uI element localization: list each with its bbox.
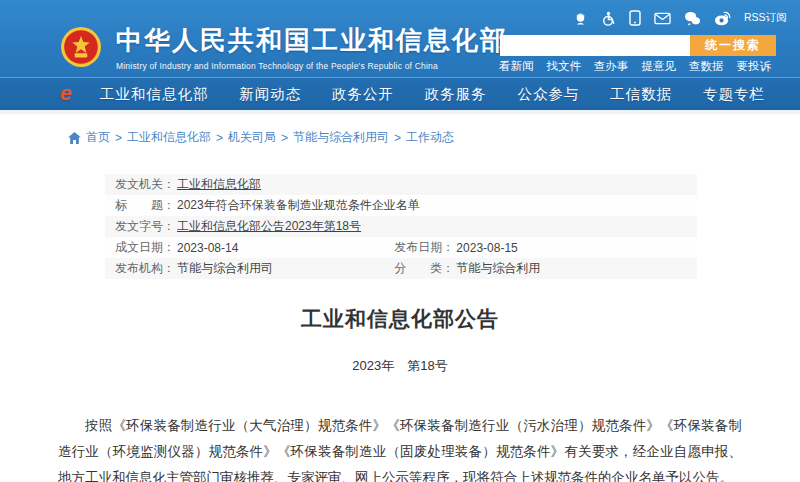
site-brand[interactable]: 中华人民共和国工业和信息化部 Ministry of Industry and … xyxy=(60,23,508,71)
meta-value-issuing-authority-link[interactable]: 工业和信息化部 xyxy=(177,176,261,193)
breadcrumb-separator: > xyxy=(394,131,401,145)
nav-item-news[interactable]: 新闻动态 xyxy=(239,85,301,104)
meta-label: 发文字号： xyxy=(115,218,175,235)
breadcrumb-departments[interactable]: 机关司局 xyxy=(228,129,276,146)
breadcrumb-separator: > xyxy=(281,131,288,145)
weibo-icon[interactable] xyxy=(714,11,731,26)
meta-value-publishing-agency: 节能与综合利用司 xyxy=(177,260,273,277)
nav-item-public-participation[interactable]: 公众参与 xyxy=(518,85,580,104)
meta-row-issuing-authority: 发文机关： 工业和信息化部 xyxy=(105,174,697,195)
meta-row-agency-category: 发布机构： 节能与综合利用司 分 类： 节能与综合利用 xyxy=(105,258,697,279)
miit-e-logo-icon[interactable]: e xyxy=(60,81,72,105)
announcement-issue-number: 2023年 第18号 xyxy=(0,357,800,375)
nav-item-special-topics[interactable]: 专题专栏 xyxy=(703,85,765,104)
meta-row-doc-number: 发文字号： 工业和信息化部公告2023年第18号 xyxy=(105,216,697,237)
search-bar: 统一搜索 xyxy=(500,35,776,56)
home-icon[interactable] xyxy=(68,132,81,144)
announcement-body: 按照《环保装备制造行业（大气治理）规范条件》《环保装备制造行业（污水治理）规范条… xyxy=(58,413,742,482)
site-title: 中华人民共和国工业和信息化部 xyxy=(116,23,508,58)
rss-subscribe-link[interactable]: RSS订阅 xyxy=(744,11,787,25)
quick-link-data[interactable]: 查数据 xyxy=(689,59,724,74)
search-button[interactable]: 统一搜索 xyxy=(690,35,776,56)
quick-link-news[interactable]: 看新闻 xyxy=(499,59,534,74)
meta-label: 发文机关： xyxy=(115,176,175,193)
meta-row-title: 标 题： 2023年符合环保装备制造业规范条件企业名单 xyxy=(105,195,697,216)
quick-link-feedback[interactable]: 提意见 xyxy=(642,59,677,74)
announcement-title: 工业和信息化部公告 xyxy=(0,305,800,333)
quick-link-services[interactable]: 查办事 xyxy=(594,59,629,74)
meta-value-doc-title: 2023年符合环保装备制造业规范条件企业名单 xyxy=(177,197,420,214)
breadcrumb-separator: > xyxy=(216,131,223,145)
quick-links: 看新闻 找文件 查办事 提意见 查数据 要投诉 xyxy=(499,59,771,74)
nav-item-gov-disclosure[interactable]: 政务公开 xyxy=(332,85,394,104)
search-input[interactable] xyxy=(500,35,690,56)
document-meta-table: 发文机关： 工业和信息化部 标 题： 2023年符合环保装备制造业规范条件企业名… xyxy=(105,174,697,279)
meta-label: 发布日期： xyxy=(394,239,454,256)
quick-link-files[interactable]: 找文件 xyxy=(547,59,582,74)
meta-value-category: 节能与综合利用 xyxy=(456,260,540,277)
meta-row-dates: 成文日期： 2023-08-14 发布日期： 2023-08-15 xyxy=(105,237,697,258)
breadcrumb-separator: > xyxy=(115,131,122,145)
meta-value-written-date: 2023-08-14 xyxy=(177,241,238,255)
main-navigation: e 工业和信息化部 新闻动态 政务公开 政务服务 公众参与 工信数据 专题专栏 xyxy=(0,78,800,110)
breadcrumb-energy-dept[interactable]: 节能与综合利用司 xyxy=(293,129,389,146)
nav-items: 工业和信息化部 新闻动态 政务公开 政务服务 公众参与 工信数据 专题专栏 xyxy=(100,85,765,104)
breadcrumb-work-updates[interactable]: 工作动态 xyxy=(406,129,454,146)
body-paragraph-1: 按照《环保装备制造行业（大气治理）规范条件》《环保装备制造行业（污水治理）规范条… xyxy=(58,413,742,482)
mail-icon[interactable] xyxy=(654,12,671,25)
wechat-icon[interactable] xyxy=(684,11,701,26)
meta-value-doc-number-link[interactable]: 工业和信息化部公告2023年第18号 xyxy=(177,218,361,235)
nav-item-gov-services[interactable]: 政务服务 xyxy=(425,85,487,104)
site-subtitle-en: Ministry of Industry and Information Tec… xyxy=(116,61,508,71)
mascot-icon[interactable] xyxy=(573,10,588,26)
national-emblem-icon xyxy=(60,26,102,68)
meta-label: 成文日期： xyxy=(115,239,175,256)
meta-label: 标 题： xyxy=(115,197,175,214)
document-content: 发文机关： 工业和信息化部 标 题： 2023年符合环保装备制造业规范条件企业名… xyxy=(0,174,800,482)
accessibility-icon[interactable] xyxy=(601,11,616,26)
breadcrumb: 首页 > 工业和信息化部 > 机关司局 > 节能与综合利用司 > 工作动态 xyxy=(0,114,800,146)
mobile-icon[interactable] xyxy=(629,10,641,26)
site-header: 中华人民共和国工业和信息化部 Ministry of Industry and … xyxy=(0,0,800,110)
header-utility-icons: RSS订阅 xyxy=(573,10,787,26)
breadcrumb-miit[interactable]: 工业和信息化部 xyxy=(127,129,211,146)
breadcrumb-home[interactable]: 首页 xyxy=(86,129,110,146)
nav-item-miit[interactable]: 工业和信息化部 xyxy=(100,85,209,104)
quick-link-complaint[interactable]: 要投诉 xyxy=(737,59,772,74)
nav-item-it-data[interactable]: 工信数据 xyxy=(610,85,672,104)
meta-label: 发布机构： xyxy=(115,260,175,277)
brand-text: 中华人民共和国工业和信息化部 Ministry of Industry and … xyxy=(116,23,508,71)
miit-webpage: 中华人民共和国工业和信息化部 Ministry of Industry and … xyxy=(0,0,800,482)
meta-value-publish-date: 2023-08-15 xyxy=(456,241,517,255)
meta-label: 分 类： xyxy=(394,260,454,277)
